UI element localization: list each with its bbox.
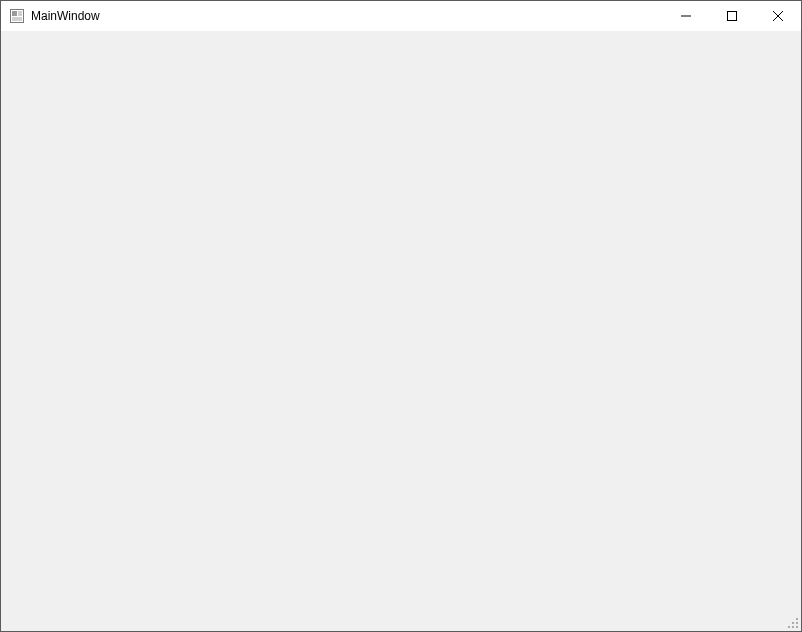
minimize-button[interactable] — [663, 1, 709, 31]
svg-point-10 — [796, 622, 798, 624]
svg-point-11 — [788, 626, 790, 628]
svg-rect-1 — [12, 11, 17, 16]
svg-point-13 — [796, 626, 798, 628]
window-controls — [663, 1, 801, 31]
minimize-icon — [681, 11, 691, 21]
client-area — [1, 31, 801, 631]
maximize-icon — [727, 11, 737, 21]
close-icon — [773, 11, 783, 21]
svg-point-8 — [796, 618, 798, 620]
app-icon — [9, 8, 25, 24]
main-window: MainWindow — [0, 0, 802, 632]
svg-point-12 — [792, 626, 794, 628]
svg-rect-5 — [728, 12, 737, 21]
svg-point-9 — [792, 622, 794, 624]
svg-rect-3 — [18, 11, 22, 16]
svg-rect-2 — [12, 17, 22, 21]
size-grip[interactable] — [785, 615, 799, 629]
size-grip-icon — [785, 615, 799, 629]
titlebar[interactable]: MainWindow — [1, 1, 801, 31]
maximize-button[interactable] — [709, 1, 755, 31]
close-button[interactable] — [755, 1, 801, 31]
window-title: MainWindow — [31, 9, 100, 23]
